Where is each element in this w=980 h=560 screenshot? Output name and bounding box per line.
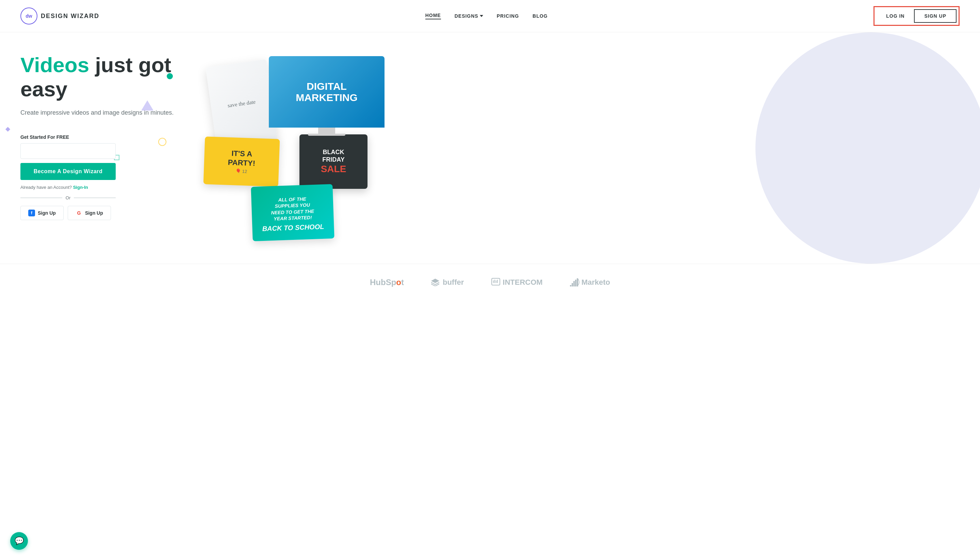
hero-section: Videos just goteasy Create impressive vi… xyxy=(0,32,980,264)
monitor-text: DIGITALMARKETING xyxy=(296,81,358,103)
google-icon: G xyxy=(75,210,82,217)
brands-section: HubSpot buffer INTERCOM Marketo xyxy=(0,264,980,301)
svg-rect-7 xyxy=(573,281,575,287)
logo-initials: dw xyxy=(25,13,32,19)
hero-left: Videos just goteasy Create impressive vi… xyxy=(20,53,197,220)
fb-signup-label: Sign Up xyxy=(38,210,56,216)
svg-rect-6 xyxy=(572,283,573,287)
or-text: Or xyxy=(66,195,70,200)
hero-headline: Videos just goteasy xyxy=(20,53,197,102)
monitor-card: DIGITALMARKETING xyxy=(269,56,385,136)
facebook-signup-button[interactable]: f Sign Up xyxy=(20,206,63,220)
intercom-icon xyxy=(491,278,500,287)
login-button[interactable]: LOG IN xyxy=(877,10,914,22)
hero-right: save the date DIGITALMARKETING xyxy=(197,53,960,250)
email-field[interactable] xyxy=(20,143,116,159)
buffer-logo: buffer xyxy=(431,278,464,287)
divider-right xyxy=(74,198,116,198)
sign-in-text: Already have an Account? Sign-In xyxy=(20,185,197,190)
logo-name: DESIGN WIZARD xyxy=(41,13,99,20)
main-nav: HOME DESIGNS PRICING BLOG xyxy=(425,13,548,19)
party-text: IT'S APARTY! xyxy=(228,149,255,168)
black-friday-card: BLACKFRIDAY SALE xyxy=(300,134,368,189)
hero-subheadline: Create impressive videos and image desig… xyxy=(20,108,197,117)
google-signup-label: Sign Up xyxy=(85,210,103,216)
header: dw DESIGN WIZARD HOME DESIGNS PRICING BL… xyxy=(0,0,980,32)
logo[interactable]: dw DESIGN WIZARD xyxy=(20,7,99,25)
marketo-logo: Marketo xyxy=(570,278,610,287)
svg-rect-3 xyxy=(496,280,497,283)
nav-home[interactable]: HOME xyxy=(425,13,441,19)
signup-button[interactable]: SIGN UP xyxy=(914,9,957,23)
social-signup-buttons: f Sign Up G Sign Up xyxy=(20,206,197,220)
party-card: IT'S APARTY! 🎈 12 xyxy=(203,137,280,187)
divider-left xyxy=(20,198,62,198)
nav-blog[interactable]: BLOG xyxy=(533,13,548,19)
diamond-decoration xyxy=(5,127,10,132)
school-title: Back to SCHOOL xyxy=(262,223,324,233)
sign-in-link[interactable]: Sign-In xyxy=(73,185,88,190)
logo-circle: dw xyxy=(20,7,37,25)
auth-buttons: LOG IN SIGN UP xyxy=(873,6,960,26)
svg-rect-4 xyxy=(497,280,498,283)
headline-highlight: Videos xyxy=(20,53,89,77)
google-signup-button[interactable]: G Sign Up xyxy=(68,206,111,220)
svg-rect-5 xyxy=(570,285,571,287)
school-text: ALL OF THESUPPLIES YOUNEED TO GET THEYEA… xyxy=(261,193,324,225)
design-cards: save the date DIGITALMARKETING xyxy=(197,53,960,250)
svg-rect-9 xyxy=(577,278,578,287)
svg-rect-2 xyxy=(495,280,495,283)
svg-rect-1 xyxy=(493,280,494,283)
save-the-date-card: save the date xyxy=(205,59,278,149)
nav-designs-label: DESIGNS xyxy=(455,13,478,19)
get-started-label: Get Started For FREE xyxy=(20,134,197,140)
sale-text: SALE xyxy=(321,163,347,175)
intercom-logo: INTERCOM xyxy=(491,278,542,287)
back-to-school-card: ALL OF THESUPPLIES YOUNEED TO GET THEYEA… xyxy=(251,184,334,241)
nav-designs[interactable]: DESIGNS xyxy=(455,13,483,19)
blackfriday-text: BLACKFRIDAY xyxy=(322,149,344,163)
buffer-icon xyxy=(431,278,439,286)
hubspot-logo: HubSpot xyxy=(370,278,404,287)
chevron-down-icon xyxy=(480,15,483,17)
facebook-icon: f xyxy=(28,210,35,217)
marketo-icon xyxy=(570,278,580,287)
svg-rect-8 xyxy=(575,280,577,287)
save-date-text: save the date xyxy=(227,99,256,108)
become-wizard-button[interactable]: Become A Design Wizard xyxy=(20,163,116,180)
nav-pricing[interactable]: PRICING xyxy=(497,13,519,19)
or-divider: Or xyxy=(20,195,116,200)
